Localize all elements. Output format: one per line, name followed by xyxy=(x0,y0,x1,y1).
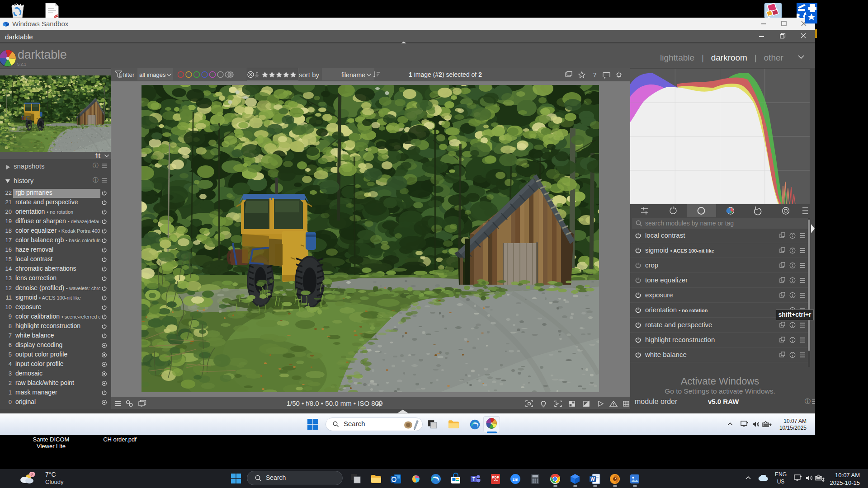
svg-text:PDF: PDF xyxy=(492,475,499,479)
svg-text:W: W xyxy=(590,477,595,482)
svg-text:?: ? xyxy=(593,71,596,78)
svg-text:zm: zm xyxy=(513,477,519,482)
svg-text:2: 2 xyxy=(31,473,33,477)
svg-text:T: T xyxy=(472,477,475,482)
